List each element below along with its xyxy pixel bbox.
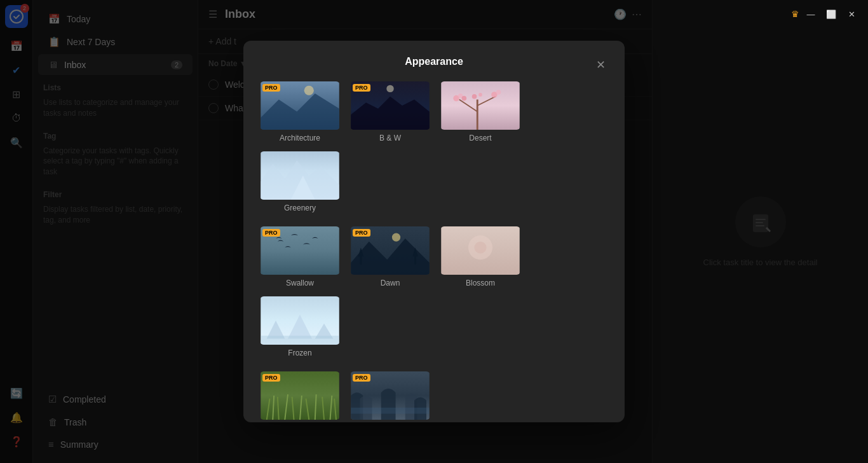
theme-thumb-swallow[interactable]: PRO — [259, 225, 341, 276]
modal-close-button[interactable]: ✕ — [592, 56, 609, 74]
minimize-button[interactable]: — — [802, 5, 820, 23]
svg-rect-44 — [351, 408, 430, 414]
close-button[interactable]: ✕ — [843, 5, 860, 23]
theme-thumb-dawn[interactable]: PRO — [349, 225, 431, 276]
premium-badge-meadow: PRO — [262, 374, 280, 382]
theme-item-swallow[interactable]: PRO Swallow — [259, 225, 341, 287]
theme-label-greenery: Greenery — [284, 204, 316, 212]
svg-point-19 — [472, 94, 477, 99]
theme-label-frozen: Frozen — [288, 349, 311, 357]
svg-rect-10 — [441, 81, 520, 130]
theme-item-greenery[interactable]: Greenery — [259, 150, 341, 212]
maximize-button[interactable]: ⬜ — [822, 5, 840, 23]
svg-point-16 — [462, 96, 467, 101]
theme-grid-row3: PRO Meadow — [259, 370, 609, 422]
premium-badge-silence: PRO — [353, 374, 370, 382]
theme-item-desert[interactable]: Desert — [439, 80, 522, 142]
svg-point-20 — [478, 93, 482, 97]
theme-label-blossom: Blossom — [466, 279, 495, 287]
modal-overlay[interactable]: Appearance ✕ — [0, 0, 868, 463]
theme-thumb-bw[interactable]: PRO — [349, 80, 431, 131]
theme-grid-row1: PRO Architecture — [259, 80, 609, 212]
theme-thumb-greenery[interactable] — [259, 150, 341, 201]
theme-item-silence[interactable]: PRO Silence — [349, 370, 431, 422]
theme-item-frozen[interactable]: Frozen — [259, 295, 341, 357]
theme-label-swallow: Swallow — [286, 279, 314, 287]
theme-thumb-silence[interactable]: PRO — [349, 370, 431, 421]
theme-thumb-blossom[interactable] — [439, 225, 522, 276]
theme-thumb-meadow[interactable]: PRO — [259, 370, 341, 421]
theme-item-dawn[interactable]: PRO Dawn — [349, 225, 431, 287]
modal-header: Appearance ✕ — [259, 56, 609, 67]
theme-label-desert: Desert — [469, 134, 491, 142]
svg-point-29 — [475, 242, 487, 254]
theme-item-bw[interactable]: PRO B & W — [349, 80, 431, 142]
premium-badge-swallow: PRO — [262, 229, 280, 237]
premium-badge-dawn: PRO — [353, 229, 370, 237]
theme-label-architecture: Architecture — [280, 134, 320, 142]
crown-icon: ♛ — [791, 9, 799, 19]
theme-label-dawn: Dawn — [381, 279, 400, 287]
theme-item-blossom[interactable]: Blossom — [439, 225, 522, 287]
svg-point-9 — [386, 85, 393, 92]
svg-point-7 — [304, 86, 314, 95]
appearance-modal: Appearance ✕ — [243, 41, 625, 422]
theme-thumb-architecture[interactable]: PRO — [259, 80, 341, 131]
theme-grid-row2: PRO Swallow — [259, 225, 609, 357]
modal-title: Appearance — [405, 56, 463, 67]
svg-point-18 — [496, 90, 501, 95]
premium-badge-bw: PRO — [353, 84, 370, 92]
titlebar: ♛ — ⬜ ✕ — [783, 0, 868, 28]
theme-item-meadow[interactable]: PRO Meadow — [259, 370, 341, 422]
svg-rect-24 — [360, 256, 362, 265]
theme-label-bw: B & W — [379, 134, 401, 142]
svg-point-26 — [392, 233, 400, 241]
theme-thumb-frozen[interactable] — [259, 295, 341, 346]
premium-badge-arch: PRO — [262, 84, 280, 92]
svg-rect-25 — [414, 256, 416, 265]
theme-thumb-desert[interactable] — [439, 80, 522, 131]
theme-item-architecture[interactable]: PRO Architecture — [259, 80, 341, 142]
